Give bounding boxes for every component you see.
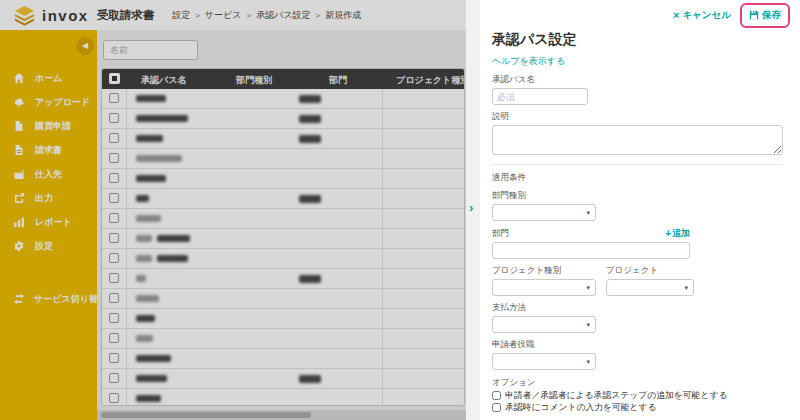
option-row[interactable]: 承認時にコメントの入力を可能とする — [492, 403, 783, 414]
table-row[interactable] — [102, 349, 464, 369]
project-type-select[interactable]: ▾ — [492, 279, 596, 296]
breadcrumb-item[interactable]: サービス — [205, 9, 242, 22]
redacted-text — [157, 255, 188, 262]
sidebar-nav: ホームアップロード購買申請請求書仕入先出力レポート設定 — [0, 66, 97, 258]
payment-method-label: 支払方法 — [492, 302, 783, 314]
save-button[interactable]: 保存 — [749, 9, 781, 22]
breadcrumb-separator: > — [247, 11, 252, 20]
table-row[interactable] — [102, 309, 464, 329]
sidebar-item-label: レポート — [35, 216, 72, 229]
add-department-link[interactable]: + 追加 — [665, 227, 690, 240]
table-row[interactable] — [102, 269, 464, 289]
description-textarea[interactable] — [492, 125, 783, 155]
sidebar-item-home[interactable]: ホーム — [0, 66, 97, 90]
sidebar-item-report[interactable]: レポート — [0, 210, 97, 234]
table-row[interactable] — [102, 289, 464, 309]
table-row[interactable] — [102, 329, 464, 349]
option-checkbox[interactable] — [492, 403, 501, 412]
cancel-label: キャンセル — [682, 9, 731, 22]
row-checkbox[interactable] — [109, 373, 119, 383]
conditions-section-label: 適用条件 — [492, 172, 783, 184]
project-select[interactable]: ▾ — [606, 279, 694, 296]
approval-path-name-input[interactable] — [492, 88, 588, 105]
background-content-region: invox 受取請求書 設定>サービス>承認パス設定>新規作成 ◀ ホームアップ… — [0, 0, 466, 420]
applicant-role-select[interactable]: ▾ — [492, 353, 596, 370]
sidebar-item-invoice[interactable]: 請求書 — [0, 138, 97, 162]
approval-path-table: 承認パス名 部門種別 部門 プロジェクト種別 — [101, 68, 465, 406]
row-checkbox[interactable] — [109, 133, 119, 143]
redacted-text — [136, 115, 188, 122]
table-row[interactable] — [102, 189, 464, 209]
section-divider — [492, 164, 783, 165]
table-row[interactable] — [102, 169, 464, 189]
description-label: 説明 — [492, 111, 783, 123]
table-row[interactable] — [102, 109, 464, 129]
option-checkbox[interactable] — [492, 391, 501, 400]
row-checkbox[interactable] — [109, 213, 119, 223]
row-checkbox[interactable] — [109, 193, 119, 203]
department-type-select[interactable]: ▾ — [492, 204, 596, 221]
redacted-text — [136, 355, 171, 362]
table-row[interactable] — [102, 249, 464, 269]
redacted-text — [136, 295, 159, 302]
breadcrumb-item[interactable]: 設定 — [172, 9, 190, 22]
help-link[interactable]: ヘルプを表示する — [492, 55, 565, 68]
redacted-text — [136, 155, 182, 162]
breadcrumb-item[interactable]: 承認パス設定 — [256, 9, 310, 22]
row-checkbox[interactable] — [109, 153, 119, 163]
table-row[interactable] — [102, 369, 464, 389]
cancel-button[interactable]: × キャンセル — [673, 9, 731, 22]
row-checkbox[interactable] — [109, 173, 119, 183]
breadcrumb-separator: > — [195, 11, 200, 20]
scrollbar-thumb[interactable] — [101, 412, 311, 418]
sidebar-item-label: ホーム — [35, 72, 62, 85]
table-body — [102, 89, 464, 406]
sidebar-collapse-button[interactable]: ◀ — [76, 37, 94, 55]
table-row[interactable] — [102, 229, 464, 249]
sidebar-item-settings[interactable]: 設定 — [0, 234, 97, 258]
department-type-label: 部門種別 — [492, 190, 783, 202]
search-input[interactable] — [103, 40, 198, 60]
row-checkbox[interactable] — [109, 393, 119, 403]
row-checkbox[interactable] — [109, 93, 119, 103]
horizontal-scrollbar[interactable] — [97, 410, 466, 420]
column-header-approval-path-name: 承認パス名 — [141, 74, 186, 87]
service-switch-icon — [13, 293, 25, 306]
row-checkbox[interactable] — [109, 113, 119, 123]
add-label: 追加 — [672, 227, 690, 240]
sidebar-item-supplier[interactable]: 仕入先 — [0, 162, 97, 186]
project-type-label: プロジェクト種別 — [492, 265, 596, 277]
department-input[interactable] — [492, 242, 690, 259]
select-all-checkbox[interactable] — [109, 73, 120, 84]
sidebar-item-service-switch[interactable]: サービス切り替え — [0, 287, 97, 311]
column-header-project-type: プロジェクト種別 — [396, 74, 465, 87]
row-checkbox[interactable] — [109, 333, 119, 343]
row-checkbox[interactable] — [109, 233, 119, 243]
upload-icon — [13, 96, 26, 109]
redacted-text — [136, 395, 161, 402]
table-row[interactable] — [102, 129, 464, 149]
panel-splitter[interactable]: › — [466, 0, 480, 420]
payment-method-select[interactable]: ▾ — [492, 316, 596, 333]
redacted-text — [299, 275, 321, 283]
table-row[interactable] — [102, 149, 464, 169]
row-checkbox[interactable] — [109, 353, 119, 363]
option-row[interactable]: 申請者／承認者による承認ステップの追加を可能とする — [492, 391, 783, 402]
table-row[interactable] — [102, 89, 464, 109]
breadcrumb-item: 新規作成 — [325, 9, 361, 22]
sidebar-item-label: アップロード — [35, 96, 90, 109]
table-row[interactable] — [102, 209, 464, 229]
chevron-down-icon: ▾ — [586, 321, 590, 329]
row-checkbox[interactable] — [109, 273, 119, 283]
table-row[interactable] — [102, 389, 464, 406]
invox-logo[interactable]: invox 受取請求書 — [13, 5, 154, 26]
sidebar-item-upload[interactable]: アップロード — [0, 90, 97, 114]
sidebar-item-purchase-request[interactable]: 購買申請 — [0, 114, 97, 138]
row-checkbox[interactable] — [109, 313, 119, 323]
supplier-icon — [13, 168, 26, 181]
row-checkbox[interactable] — [109, 293, 119, 303]
sidebar-item-export[interactable]: 出力 — [0, 186, 97, 210]
row-checkbox[interactable] — [109, 253, 119, 263]
app-root: invox 受取請求書 設定>サービス>承認パス設定>新規作成 ◀ ホームアップ… — [0, 0, 800, 420]
option-label: 承認時にコメントの入力を可能とする — [505, 402, 657, 414]
